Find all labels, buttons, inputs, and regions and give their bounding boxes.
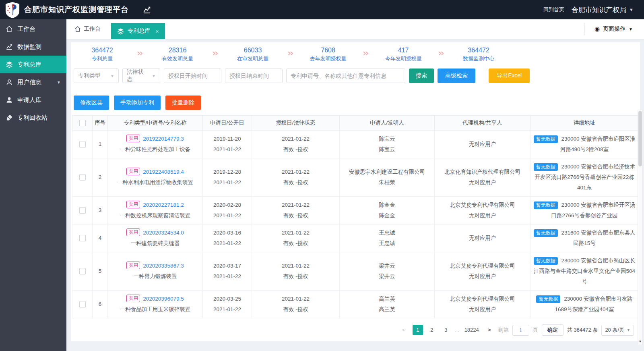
legal-status: 有效 -授权 xyxy=(254,144,337,155)
inventor-name: 朱桂荣 xyxy=(342,177,432,188)
sidebar-item-label: 申请人库 xyxy=(17,96,41,104)
page-actions-dropdown[interactable]: ◉ 页面操作 ▼ xyxy=(584,23,644,35)
goto-page-input[interactable] xyxy=(512,325,529,336)
applicant-name: 王忠诚 xyxy=(342,228,432,238)
sidebar-item-user-info[interactable]: 用户信息 ▼ xyxy=(0,73,66,91)
auth-date: 2021-01-22 xyxy=(254,134,337,144)
row-checkbox[interactable] xyxy=(79,235,86,241)
close-icon[interactable]: × xyxy=(155,28,159,35)
patent-name: 一种臂力锻炼装置 xyxy=(110,271,200,282)
manual-add-patent-button[interactable]: 手动添加专利 xyxy=(114,96,161,110)
applicant-name: 安徽思宇水利建设工程有限公司 xyxy=(342,167,432,177)
apply-date: 2020-02-28 xyxy=(205,200,249,210)
row-checkbox[interactable] xyxy=(79,207,86,214)
sharer-name: 无对应用户 xyxy=(437,233,528,243)
scroll-down-arrow[interactable]: ▼ xyxy=(638,339,642,345)
page-button-1[interactable]: 1 xyxy=(413,325,423,335)
sidebar-item-workbench[interactable]: 工作台 xyxy=(0,20,66,38)
confirm-button[interactable]: 确定 xyxy=(542,324,564,336)
stat-value: 66033 xyxy=(229,47,277,54)
applicant-name: 陈宝云 xyxy=(342,134,432,144)
chevron-down-icon: ▼ xyxy=(629,7,634,12)
inventor-name: 陈金金 xyxy=(342,210,432,221)
vertical-scrollbar[interactable]: ▼ xyxy=(638,110,643,345)
chart-icon xyxy=(6,43,13,50)
no-data-badge: 暂无数据 xyxy=(534,201,558,209)
table-row: 5 实用202020335867.3 一种臂力锻炼装置 2020-03-17 2… xyxy=(72,252,639,291)
tab-bar-spacer xyxy=(165,19,584,39)
app-title: 合肥市知识产权监测管理平台 xyxy=(24,4,129,15)
patent-number-link[interactable]: 202020324534.0 xyxy=(143,230,184,236)
row-checkbox[interactable] xyxy=(79,301,86,307)
tab-patent-library[interactable]: 专利总库 × xyxy=(111,23,165,39)
auth-date: 2021-01-22 xyxy=(254,261,337,271)
row-checkbox[interactable] xyxy=(79,174,86,181)
brush-icon xyxy=(6,114,13,121)
breadcrumb-workbench[interactable]: 工作台 xyxy=(74,19,101,39)
page-button-2[interactable]: 2 xyxy=(427,325,437,335)
home-icon xyxy=(74,26,81,32)
sidebar-item-data-monitor[interactable]: 数据监测 xyxy=(0,38,66,56)
applicant-name: 陈金金 xyxy=(342,200,432,210)
stat-value: 28316 xyxy=(154,47,201,54)
batch-delete-button[interactable]: 批量删除 xyxy=(165,96,201,110)
prev-page-button[interactable]: < xyxy=(398,325,409,335)
advanced-search-button[interactable]: 高级检索 xyxy=(438,69,475,83)
chevron-down-icon: ▼ xyxy=(57,80,61,85)
patent-name: 一种水利水电用漂浮物收集装置 xyxy=(110,177,200,188)
row-checkbox[interactable] xyxy=(79,141,86,147)
page-size-select[interactable]: 20 条/页 ▼ xyxy=(601,325,634,336)
column-header-address: 详细地址 xyxy=(530,116,639,131)
double-chevron-icon: » xyxy=(137,48,143,60)
sidebar-item-patent-library[interactable]: 专利总库 xyxy=(0,56,66,73)
main-content: 工作台 专利总库 × ◉ 页面操作 ▼ 364472 专利总量 » 28316 xyxy=(66,19,644,351)
column-header-status: 授权日/法律状态 xyxy=(252,116,340,131)
keyword-search-input[interactable] xyxy=(286,69,405,83)
select-all-checkbox[interactable] xyxy=(79,120,86,126)
next-page-button[interactable]: > xyxy=(484,325,495,335)
export-excel-button[interactable]: 导出Excel xyxy=(489,69,530,83)
content-panel: 364472 专利总量 » 28316 有效发明总量 » 66033 在审发明总… xyxy=(71,42,640,341)
agency-cell: 无对应用户 xyxy=(435,131,530,158)
patent-number-link[interactable]: 201922014779.3 xyxy=(143,136,184,142)
apply-date: 2020-03-25 xyxy=(205,294,249,304)
sidebar-item-patent-recycle[interactable]: 专利回收站 xyxy=(0,109,66,127)
page-button-3[interactable]: 3 xyxy=(441,325,451,335)
row-checkbox[interactable] xyxy=(79,268,86,274)
auth-date-end-input[interactable] xyxy=(225,69,283,83)
column-header-index: 序号 xyxy=(93,116,108,131)
patent-type-select[interactable]: 专利类型 ▼ xyxy=(74,69,119,83)
patent-number-link[interactable]: 201922408519.4 xyxy=(143,169,184,175)
column-header-agency: 代理机构/共享人 xyxy=(435,116,530,131)
row-index: 2 xyxy=(93,158,108,197)
patent-number-link[interactable]: 202020227181.2 xyxy=(143,202,184,208)
sidebar-item-applicant-library[interactable]: 申请人库 xyxy=(0,91,66,109)
org-dropdown[interactable]: 合肥市知识产权局 ▼ xyxy=(572,5,634,15)
applicant-name: 梁井云 xyxy=(342,261,432,271)
legal-status-select[interactable]: 法律状态 ▼ xyxy=(122,69,160,83)
page-unit-label: 页 xyxy=(533,326,538,334)
inventor-name: 梁井云 xyxy=(342,271,432,282)
modify-district-button[interactable]: 修改区县 xyxy=(74,96,109,110)
back-home-link[interactable]: 回到首页 xyxy=(543,6,564,13)
select-label: 法律状态 xyxy=(127,69,149,83)
auth-date-start-input[interactable] xyxy=(164,69,221,83)
page-size-label: 20 条/页 xyxy=(605,326,624,334)
tab-label: 专利总库 xyxy=(128,27,150,35)
home-icon xyxy=(6,25,13,33)
no-data-badge: 暂无数据 xyxy=(534,229,558,237)
search-button[interactable]: 搜索 xyxy=(409,69,434,83)
agency-cell: 北京艾皮专利代理有限公司无对应用户 xyxy=(435,197,530,224)
apply-date: 2020-03-16 xyxy=(205,228,249,238)
patent-number-link[interactable]: 202020335867.3 xyxy=(143,263,184,269)
patent-type-badge: 实用 xyxy=(126,201,140,208)
tab-bar: 工作台 专利总库 × ◉ 页面操作 ▼ xyxy=(66,19,644,39)
scrollbar-thumb[interactable] xyxy=(638,111,642,166)
table-row: 2 实用201922408519.4 一种水利水电用漂浮物收集装置 2019-1… xyxy=(72,158,639,197)
pages-ellipsis: ... xyxy=(455,327,459,333)
agency-name: 北京艾皮专利代理有限公司 xyxy=(437,294,528,304)
double-chevron-icon: » xyxy=(438,48,444,60)
page-button-last[interactable]: 18224 xyxy=(463,325,481,335)
patent-number-link[interactable]: 202020396079.5 xyxy=(143,296,184,302)
chevron-down-icon: ▼ xyxy=(152,74,156,78)
